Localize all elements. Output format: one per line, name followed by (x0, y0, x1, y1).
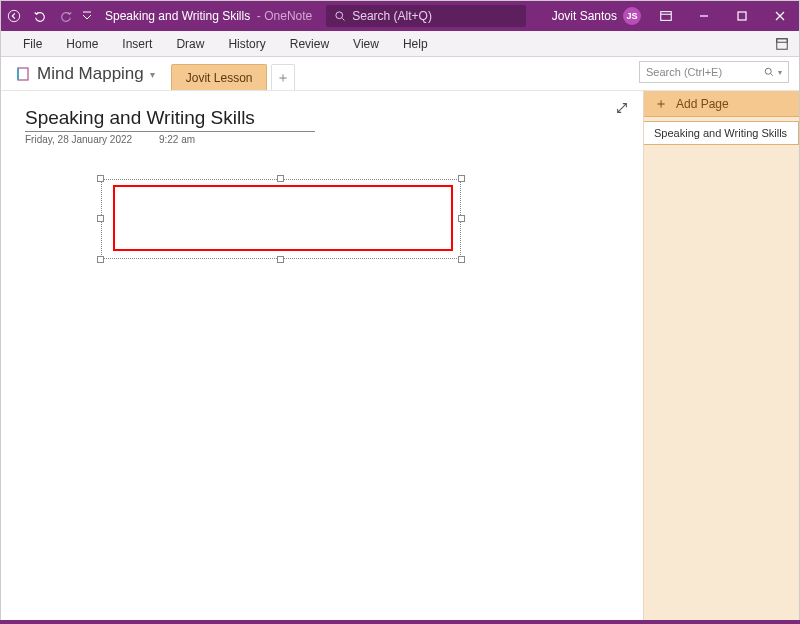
window-title: Speaking and Writing Skills - OneNote (105, 9, 312, 23)
resize-handle-w[interactable] (97, 215, 104, 222)
expand-icon[interactable] (615, 101, 631, 117)
svg-point-1 (336, 12, 343, 19)
notebook-selector[interactable]: Mind Mapping ▾ (1, 64, 165, 90)
account-menu[interactable]: Jovit Santos JS (552, 7, 641, 25)
resize-handle-nw[interactable] (97, 175, 104, 182)
menu-file[interactable]: File (11, 31, 54, 56)
resize-handle-n[interactable] (277, 175, 284, 182)
title-bar: Speaking and Writing Skills - OneNote Se… (1, 1, 799, 31)
section-tab[interactable]: Jovit Lesson (171, 64, 268, 90)
resize-handle-ne[interactable] (458, 175, 465, 182)
add-page-label: Add Page (676, 97, 729, 111)
undo-button[interactable] (27, 1, 53, 31)
fullscreen-icon[interactable] (773, 35, 791, 53)
page-canvas[interactable]: Speaking and Writing Skills Friday, 28 J… (1, 91, 643, 623)
page-title[interactable]: Speaking and Writing Skills (25, 107, 315, 132)
svg-rect-3 (738, 12, 746, 20)
main-area: Speaking and Writing Skills Friday, 28 J… (1, 91, 799, 623)
menu-help[interactable]: Help (391, 31, 440, 56)
status-bar (0, 620, 800, 624)
selected-shape[interactable] (101, 179, 461, 259)
add-page-button[interactable]: ＋ Add Page (644, 91, 799, 117)
search-placeholder: Search (Alt+Q) (352, 9, 432, 23)
nav-back[interactable] (1, 1, 27, 31)
menu-view[interactable]: View (341, 31, 391, 56)
resize-handle-se[interactable] (458, 256, 465, 263)
menu-draw[interactable]: Draw (164, 31, 216, 56)
avatar: JS (623, 7, 641, 25)
user-name: Jovit Santos (552, 9, 617, 23)
page-list: Speaking and Writing Skills (644, 117, 799, 623)
resize-handle-sw[interactable] (97, 256, 104, 263)
resize-handle-s[interactable] (277, 256, 284, 263)
page-time: 9:22 am (159, 134, 195, 145)
app-name: OneNote (264, 9, 312, 23)
svg-rect-6 (18, 68, 28, 80)
redo-button[interactable] (53, 1, 79, 31)
svg-rect-5 (777, 39, 788, 43)
search-icon: ▾ (763, 66, 782, 78)
rectangle-shape[interactable] (113, 185, 453, 251)
doc-name: Speaking and Writing Skills (105, 9, 250, 23)
menu-home[interactable]: Home (54, 31, 110, 56)
minimize-button[interactable] (685, 1, 723, 31)
close-button[interactable] (761, 1, 799, 31)
page-meta: Friday, 28 January 2022 9:22 am (25, 134, 315, 145)
section-search[interactable]: Search (Ctrl+E) ▾ (639, 61, 789, 83)
menu-insert[interactable]: Insert (110, 31, 164, 56)
section-row: Mind Mapping ▾ Jovit Lesson ＋ Search (Ct… (1, 57, 799, 91)
menu-review[interactable]: Review (278, 31, 341, 56)
search-placeholder: Search (Ctrl+E) (646, 66, 722, 78)
global-search[interactable]: Search (Alt+Q) (326, 5, 526, 27)
maximize-button[interactable] (723, 1, 761, 31)
page-item[interactable]: Speaking and Writing Skills (644, 121, 799, 145)
page-pane: ＋ Add Page Speaking and Writing Skills (643, 91, 799, 623)
svg-rect-4 (777, 39, 788, 50)
ribbon-display-options[interactable] (647, 1, 685, 31)
resize-handle-e[interactable] (458, 215, 465, 222)
page-title-block: Speaking and Writing Skills Friday, 28 J… (25, 107, 315, 145)
svg-point-0 (8, 10, 19, 21)
notebook-name: Mind Mapping (37, 64, 144, 84)
notebook-icon (15, 66, 31, 82)
menu-history[interactable]: History (216, 31, 277, 56)
ribbon: File Home Insert Draw History Review Vie… (1, 31, 799, 57)
qat-customize[interactable] (79, 1, 95, 31)
chevron-down-icon: ▾ (150, 69, 155, 80)
svg-rect-2 (661, 12, 672, 21)
plus-icon: ＋ (654, 95, 668, 113)
add-section-button[interactable]: ＋ (271, 64, 295, 90)
page-date: Friday, 28 January 2022 (25, 134, 132, 145)
svg-point-7 (765, 68, 771, 74)
